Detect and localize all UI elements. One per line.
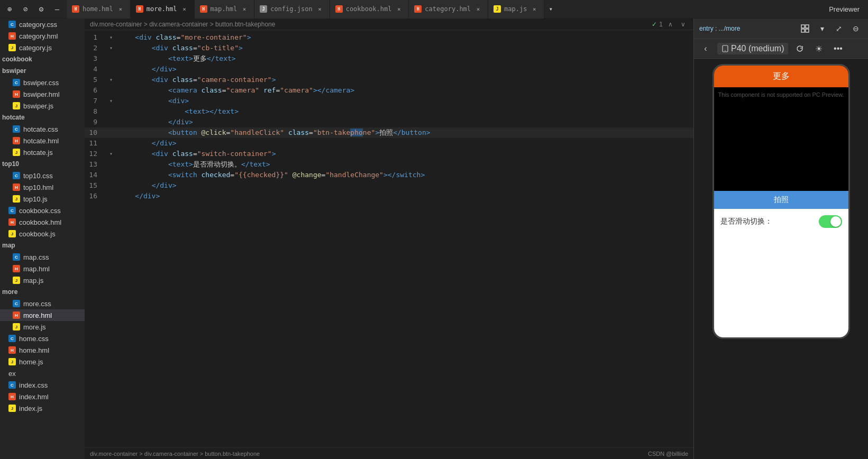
tab-config[interactable]: J config.json × bbox=[254, 0, 330, 19]
tab-mapjs-close[interactable]: × bbox=[530, 5, 538, 13]
css-icon: C bbox=[13, 172, 20, 179]
tab-more-close[interactable]: × bbox=[180, 5, 189, 13]
sidebar-item-label: index.hml bbox=[19, 393, 49, 401]
sidebar-item-home-css[interactable]: C home.css bbox=[0, 333, 85, 344]
line-number: 6 bbox=[85, 85, 106, 96]
sidebar-item-top10-hml[interactable]: H top10.hml bbox=[0, 181, 85, 193]
toolbar-icon-3[interactable]: ⚙ bbox=[34, 2, 49, 16]
sidebar-item-home-js[interactable]: J home.js bbox=[0, 356, 85, 368]
line-content: <switch checked="{{checked}}" @change="h… bbox=[116, 170, 693, 180]
tab-config-close[interactable]: × bbox=[316, 5, 324, 13]
fold-gutter: ▾ bbox=[106, 96, 116, 106]
sidebar-item-more-js[interactable]: J more.js bbox=[0, 321, 85, 333]
line-number: 7 bbox=[85, 96, 106, 106]
sidebar-group-hotcate[interactable]: hotcate bbox=[0, 112, 85, 123]
css-icon: C bbox=[13, 253, 20, 261]
sidebar-item-more-hml[interactable]: H more.hml bbox=[0, 309, 85, 321]
sidebar-group-label: map bbox=[2, 242, 15, 249]
tab-category[interactable]: H category.hml × bbox=[409, 0, 488, 19]
previewer-grid-btn[interactable] bbox=[798, 22, 812, 35]
device-name: P40 (medium) bbox=[731, 44, 784, 53]
fold-gutter: ▾ bbox=[106, 32, 116, 43]
device-selector[interactable]: P40 (medium) bbox=[717, 43, 788, 54]
phone-frame: 更多 This component is not supported on PC… bbox=[694, 59, 868, 459]
tab-home-close[interactable]: × bbox=[116, 5, 125, 13]
prev-more-btn[interactable]: ••• bbox=[830, 41, 845, 56]
main-layout: C category.css H category.hml J category… bbox=[0, 19, 868, 459]
code-editor[interactable]: 1 ▾ <div class="more-container"> 2 ▾ <di… bbox=[85, 30, 693, 447]
tab-cookbook-icon: H bbox=[335, 5, 343, 13]
sidebar-item-cookbook-js[interactable]: J cookbook.js bbox=[0, 228, 85, 240]
tab-map[interactable]: H map.hml × bbox=[195, 0, 255, 19]
line-content: <div> bbox=[116, 96, 693, 106]
sidebar-item-top10-css[interactable]: C top10.css bbox=[0, 170, 85, 181]
js-icon: J bbox=[13, 102, 20, 109]
sidebar-group-top10[interactable]: top10 bbox=[0, 158, 85, 170]
previewer-expand-btn[interactable]: ⤢ bbox=[832, 22, 846, 35]
phone-takephoto-btn[interactable]: 拍照 bbox=[714, 191, 848, 209]
sidebar-group-label: hotcate bbox=[2, 114, 25, 121]
code-line-16: 16 </div> bbox=[85, 191, 693, 201]
phone-camera-area: This component is not supported on PC Pr… bbox=[714, 87, 848, 191]
sidebar-item-category-js[interactable]: J category.js bbox=[0, 42, 85, 53]
sidebar-item-map-css[interactable]: C map.css bbox=[0, 251, 85, 263]
sidebar-item-label: map.js bbox=[23, 277, 43, 284]
tab-cookbook[interactable]: H cookbook.hml × bbox=[330, 0, 409, 19]
tab-overflow-button[interactable]: ▾ bbox=[544, 0, 557, 19]
sidebar-item-index-js[interactable]: J index.js bbox=[0, 402, 85, 414]
tab-category-close[interactable]: × bbox=[474, 5, 482, 13]
tab-home[interactable]: H home.hml × bbox=[67, 0, 131, 19]
sidebar-group-cookbook[interactable]: cookbook bbox=[0, 53, 85, 65]
phone-switch-toggle[interactable] bbox=[819, 215, 842, 228]
sidebar-item-top10-js[interactable]: J top10.js bbox=[0, 193, 85, 205]
sidebar-item-index-hml[interactable]: H index.hml bbox=[0, 391, 85, 402]
sidebar-item-index-css[interactable]: C index.css bbox=[0, 379, 85, 391]
tab-more[interactable]: H more.hml × bbox=[131, 0, 195, 19]
tab-cookbook-close[interactable]: × bbox=[395, 5, 403, 13]
sidebar-item-bswiper-hml[interactable]: H bswiper.hml bbox=[0, 88, 85, 100]
tab-mapjs-label: map.js bbox=[504, 5, 527, 13]
previewer-zoom-btn[interactable]: ⊖ bbox=[849, 22, 863, 35]
sidebar-item-map-js[interactable]: J map.js bbox=[0, 274, 85, 286]
line-number: 10 bbox=[85, 127, 106, 138]
sidebar-item-category-hml[interactable]: H category.hml bbox=[0, 30, 85, 42]
prev-back-btn[interactable]: ‹ bbox=[698, 41, 713, 56]
sidebar-group-bswiper[interactable]: bswiper bbox=[0, 65, 85, 77]
tab-map-label: map.hml bbox=[211, 5, 237, 13]
sidebar-item-label: top10.js bbox=[23, 195, 48, 203]
prev-sun-icon[interactable]: ☀ bbox=[811, 41, 826, 56]
tab-map-close[interactable]: × bbox=[240, 5, 249, 13]
toolbar-icon-1[interactable]: ⊕ bbox=[2, 2, 17, 16]
html-icon: H bbox=[8, 32, 16, 40]
sidebar-group-map[interactable]: map bbox=[0, 240, 85, 251]
sidebar-item-ex[interactable]: ex bbox=[0, 368, 85, 379]
line-number: 8 bbox=[85, 106, 106, 117]
sidebar-group-label: more bbox=[2, 288, 17, 296]
sidebar-item-cookbook-hml[interactable]: H cookbook.hml bbox=[0, 216, 85, 228]
sidebar-item-label: home.hml bbox=[19, 346, 49, 354]
nav-up-arrow[interactable]: ∧ bbox=[665, 19, 675, 30]
sidebar-item-bswiper-css[interactable]: C bswiper.css bbox=[0, 77, 85, 88]
phone-device: 更多 This component is not supported on PC… bbox=[712, 64, 850, 339]
sidebar-item-home-hml[interactable]: H home.hml bbox=[0, 344, 85, 356]
sidebar-group-more[interactable]: more bbox=[0, 286, 85, 298]
sidebar-item-label: ex bbox=[8, 370, 16, 378]
sidebar-item-hotcate-js[interactable]: J hotcate.js bbox=[0, 146, 85, 158]
css-icon: C bbox=[8, 207, 16, 214]
sidebar-item-map-hml[interactable]: H map.hml bbox=[0, 263, 85, 274]
sidebar-item-more-css[interactable]: C more.css bbox=[0, 298, 85, 309]
toolbar-icon-2[interactable]: ⊘ bbox=[18, 2, 33, 16]
sidebar-item-hotcate-hml[interactable]: H hotcate.hml bbox=[0, 135, 85, 146]
sidebar-item-bswiper-js[interactable]: J bswiper.js bbox=[0, 100, 85, 112]
toolbar-icon-4[interactable]: — bbox=[50, 2, 65, 16]
sidebar-item-category-css[interactable]: C category.css bbox=[0, 19, 85, 30]
status-breadcrumb: div.more-container > div.camera-containe… bbox=[90, 451, 260, 457]
tab-mapjs[interactable]: J map.js × bbox=[488, 0, 544, 19]
nav-down-arrow[interactable]: ∨ bbox=[678, 19, 688, 30]
previewer-chevron-btn[interactable]: ▾ bbox=[815, 22, 829, 35]
line-content: <div class="camera-container"> bbox=[116, 75, 693, 85]
tab-more-label: more.hml bbox=[147, 5, 177, 13]
sidebar-item-cookbook-css[interactable]: C cookbook.css bbox=[0, 205, 85, 216]
sidebar-item-label: category.css bbox=[19, 21, 57, 29]
sidebar-item-hotcate-css[interactable]: C hotcate.css bbox=[0, 123, 85, 135]
